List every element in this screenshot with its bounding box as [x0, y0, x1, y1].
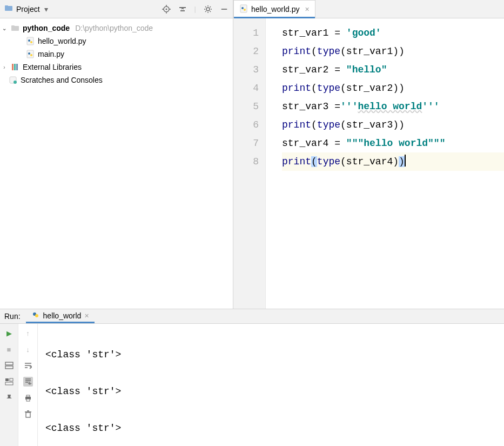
editor-tab[interactable]: hello_world.py ×	[233, 0, 315, 18]
svg-rect-44	[26, 395, 30, 397]
project-panel: Project ▾ | ⌄ python_code D:\python\pyth…	[0, 0, 233, 309]
svg-rect-42	[5, 382, 13, 385]
svg-rect-28	[12, 64, 14, 70]
svg-rect-30	[16, 64, 18, 70]
svg-point-3	[165, 8, 167, 10]
tree-root[interactable]: ⌄ python_code D:\python\python_code	[0, 22, 233, 35]
run-tab[interactable]: hello_world ×	[26, 309, 95, 323]
svg-line-18	[210, 6, 211, 8]
line-number: 5	[233, 97, 259, 116]
down-icon[interactable]: ↓	[23, 344, 33, 354]
print-icon[interactable]	[23, 393, 33, 403]
svg-rect-29	[14, 64, 16, 70]
line-number: 3	[233, 61, 259, 79]
console-output[interactable]: <class 'str'> <class 'str'> <class 'str'…	[38, 324, 504, 446]
project-tree: ⌄ python_code D:\python\python_code hell…	[0, 18, 233, 86]
code-line-current[interactable]: print(type(str_var4))	[282, 152, 504, 171]
up-icon[interactable]: ↑	[23, 328, 33, 338]
svg-rect-1	[5, 5, 8, 7]
svg-line-17	[205, 11, 206, 12]
svg-rect-45	[26, 399, 30, 401]
code-line[interactable]: str_var4 = """hello world"""	[282, 134, 504, 152]
run-tab-label: hello_world	[43, 311, 82, 320]
code-line[interactable]: str_var1 = 'good'	[282, 24, 504, 42]
svg-rect-40	[5, 378, 9, 381]
project-folder-icon	[4, 4, 13, 14]
close-icon[interactable]: ×	[84, 311, 89, 320]
chevron-down-icon[interactable]: ⌄	[1, 25, 8, 31]
tree-extra-label: External Libraries	[23, 63, 82, 71]
svg-rect-33	[240, 5, 247, 12]
delete-icon[interactable]	[23, 409, 33, 419]
run-header: Run: hello_world ×	[0, 309, 504, 324]
code-line[interactable]: print(type(str_var1))	[282, 42, 504, 61]
svg-rect-25	[27, 50, 33, 58]
svg-rect-41	[10, 378, 13, 381]
code-line[interactable]: print(type(str_var2))	[282, 79, 504, 97]
folder-icon	[11, 24, 19, 32]
svg-point-32	[14, 81, 17, 84]
tree-external-libraries[interactable]: › External Libraries	[0, 61, 233, 74]
collapse-icon[interactable]	[178, 5, 187, 14]
svg-rect-19	[221, 9, 227, 10]
tree-file-label: hello_world.py	[38, 37, 86, 45]
tree-scratches[interactable]: Scratches and Consoles	[0, 74, 233, 86]
line-number: 8	[233, 152, 259, 171]
svg-point-37	[35, 314, 38, 317]
svg-rect-22	[27, 37, 33, 45]
line-number: 2	[233, 42, 259, 61]
line-number: 6	[233, 116, 259, 134]
text-cursor	[405, 155, 406, 167]
run-side-toolbar-2: ↑ ↓	[18, 324, 38, 446]
svg-rect-46	[26, 412, 30, 417]
settings-icon[interactable]	[204, 5, 212, 14]
layout-icon[interactable]	[4, 361, 14, 370]
stop-icon[interactable]: ■	[4, 344, 14, 354]
code-line[interactable]: str_var2 = "hello"	[282, 61, 504, 79]
svg-point-34	[241, 7, 244, 9]
hide-icon[interactable]	[220, 5, 229, 14]
svg-point-26	[28, 52, 30, 55]
svg-point-23	[28, 39, 30, 42]
tree-root-label: python_code	[23, 24, 70, 32]
chevron-right-icon[interactable]: ›	[1, 64, 8, 70]
project-title[interactable]: Project	[16, 5, 40, 14]
tree-file[interactable]: hello_world.py	[0, 35, 233, 48]
chevron-down-icon[interactable]: ▾	[44, 5, 48, 14]
line-number: 1	[233, 24, 259, 42]
run-panel: Run: hello_world × ▶ ■ ↑ ↓ <class 'str'>…	[0, 309, 504, 446]
locate-icon[interactable]	[162, 5, 171, 14]
project-header: Project ▾ |	[0, 0, 233, 18]
python-file-icon	[239, 4, 248, 15]
code-line[interactable]: str_var3 ='''hello world'''	[282, 97, 504, 116]
scroll-to-end-icon[interactable]	[23, 377, 33, 387]
svg-rect-38	[5, 362, 13, 365]
code-line[interactable]: print(type(str_var3))	[282, 116, 504, 134]
pin-icon[interactable]	[4, 393, 14, 403]
rerun-icon[interactable]: ▶	[4, 328, 14, 338]
python-file-icon	[26, 50, 35, 58]
editor-tab-bar: hello_world.py ×	[233, 0, 504, 18]
libraries-icon	[11, 63, 19, 71]
python-file-icon	[26, 37, 35, 45]
svg-rect-39	[5, 366, 13, 369]
scratches-icon	[9, 76, 17, 84]
tree-extra-label: Scratches and Consoles	[21, 76, 103, 84]
svg-line-15	[205, 6, 206, 8]
code-editor[interactable]: 1 2 3 4 5 6 7 8 str_var1 = 'good' print(…	[233, 18, 504, 309]
python-file-icon	[31, 310, 40, 321]
tree-file-label: main.py	[38, 50, 64, 58]
tree-file[interactable]: main.py	[0, 48, 233, 61]
svg-point-24	[30, 41, 32, 43]
code-body[interactable]: str_var1 = 'good' print(type(str_var1)) …	[266, 18, 504, 309]
svg-line-16	[210, 11, 211, 12]
toggle-soft-wrap-icon[interactable]	[4, 377, 14, 387]
svg-point-27	[30, 54, 32, 56]
editor-panel: hello_world.py × 1 2 3 4 5 6 7 8 str_var…	[233, 0, 504, 309]
svg-point-35	[244, 9, 246, 11]
wrap-icon[interactable]	[23, 361, 33, 370]
run-side-toolbar: ▶ ■	[0, 324, 18, 446]
close-icon[interactable]: ×	[305, 5, 310, 14]
editor-tab-label: hello_world.py	[251, 5, 300, 14]
svg-point-10	[206, 8, 210, 11]
